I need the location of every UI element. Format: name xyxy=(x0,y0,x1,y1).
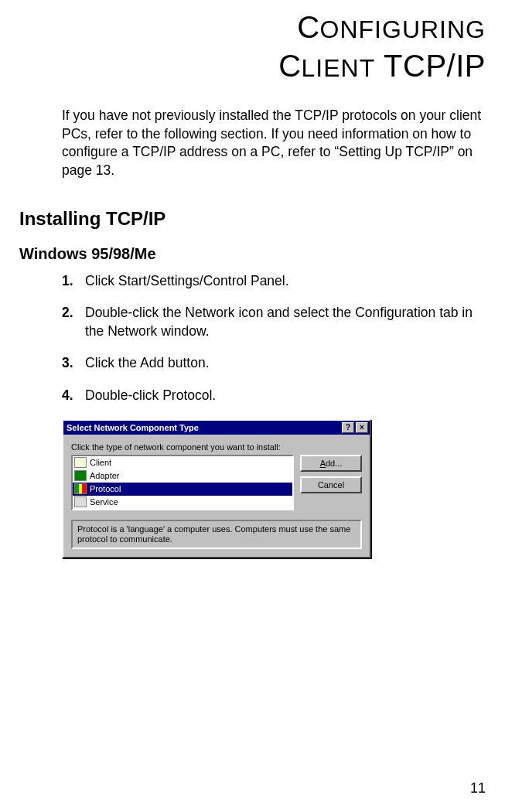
step-list: 1.Click Start/Settings/Control Panel. 2.… xyxy=(62,272,479,405)
step-number: 3. xyxy=(62,354,85,373)
subsection-heading-windows: Windows 95/98/Me xyxy=(19,245,486,263)
cancel-button[interactable]: Cancel xyxy=(300,476,362,493)
description-box: Protocol is a 'language' a computer uses… xyxy=(71,520,362,549)
service-icon xyxy=(74,496,87,507)
list-item-adapter[interactable]: Adapter xyxy=(73,469,292,483)
close-button[interactable]: × xyxy=(356,422,368,433)
dialog-titlebar: Select Network Component Type ? × xyxy=(63,421,370,435)
step-text: Double-click Protocol. xyxy=(85,387,479,405)
list-item-label: Protocol xyxy=(90,484,121,493)
add-button-label: Add... xyxy=(320,459,343,468)
dialog-title: Select Network Component Type xyxy=(67,423,199,432)
step-number: 1. xyxy=(62,272,85,291)
step-item: 1.Click Start/Settings/Control Panel. xyxy=(62,272,479,291)
list-item-label: Service xyxy=(90,497,118,507)
dialog-label: Click the type of network component you … xyxy=(71,442,362,452)
list-item-service[interactable]: Service xyxy=(73,496,292,509)
close-icon: × xyxy=(360,424,364,432)
client-icon xyxy=(74,457,87,468)
page-number: 11 xyxy=(470,780,486,797)
list-item-protocol[interactable]: Protocol xyxy=(73,483,292,496)
step-text: Click Start/Settings/Control Panel. xyxy=(85,272,479,291)
step-text: Click the Add button. xyxy=(85,354,479,373)
list-item-label: Client xyxy=(90,458,111,467)
step-item: 4.Double-click Protocol. xyxy=(62,387,479,405)
win95-dialog: Select Network Component Type ? × Click … xyxy=(62,419,371,558)
step-item: 3.Click the Add button. xyxy=(62,354,479,373)
document-page: CONFIGURING CLIENT TCP/IP If you have no… xyxy=(0,0,505,812)
step-number: 4. xyxy=(62,387,85,405)
help-icon: ? xyxy=(346,424,350,432)
list-item-label: Adapter xyxy=(90,471,120,480)
protocol-icon xyxy=(74,483,87,494)
step-text: Double-click the Network icon and select… xyxy=(85,304,479,340)
section-heading-installing: Installing TCP/IP xyxy=(19,208,486,230)
page-title: CONFIGURING CLIENT TCP/IP xyxy=(19,8,486,85)
list-item-client[interactable]: Client xyxy=(73,456,292,469)
add-button[interactable]: Add... xyxy=(300,455,362,472)
dialog-row: Client Adapter Protocol Service xyxy=(71,455,362,510)
cancel-button-label: Cancel xyxy=(318,480,344,490)
titlebar-buttons: ? × xyxy=(340,422,368,433)
help-button[interactable]: ? xyxy=(342,422,354,433)
adapter-icon xyxy=(74,470,87,481)
intro-paragraph: If you have not previously installed the… xyxy=(62,107,482,180)
dialog-button-column: Add... Cancel xyxy=(300,455,362,493)
step-number: 2. xyxy=(62,304,85,340)
title-line-1: CONFIGURING xyxy=(297,10,486,44)
dialog-screenshot: Select Network Component Type ? × Click … xyxy=(62,419,486,558)
step-item: 2.Double-click the Network icon and sele… xyxy=(62,304,479,340)
dialog-body: Click the type of network component you … xyxy=(63,435,370,557)
title-line-2: CLIENT TCP/IP xyxy=(278,49,486,83)
component-listbox[interactable]: Client Adapter Protocol Service xyxy=(71,455,294,510)
